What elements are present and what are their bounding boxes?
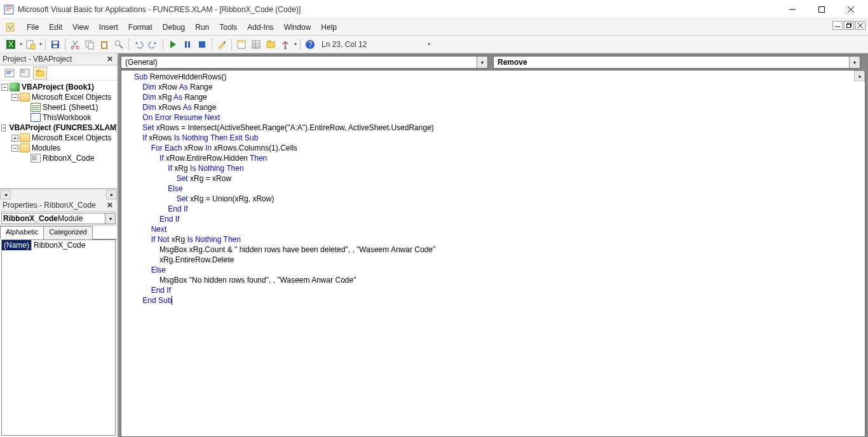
- dropdown-icon[interactable]: ▾: [293, 37, 297, 51]
- svg-rect-27: [268, 41, 271, 42]
- tree-folder-node[interactable]: −Modules: [0, 143, 117, 153]
- svg-point-18: [115, 41, 120, 46]
- expand-icon[interactable]: +: [11, 135, 18, 142]
- menu-debug[interactable]: Debug: [158, 21, 190, 34]
- dropdown-icon[interactable]: ▾: [105, 213, 115, 224]
- main-area: Project - VBAProject ✕ −VBAProject (Book…: [0, 53, 868, 437]
- tab-categorized[interactable]: Categorized: [43, 226, 92, 239]
- maximize-button[interactable]: [807, 0, 836, 19]
- folder-icon: [20, 144, 30, 152]
- svg-rect-35: [37, 70, 40, 71]
- standard-toolbar: X ▾ ▾ ▾ ? Ln 23, Col 12 ▾: [0, 36, 868, 53]
- reset-button[interactable]: [195, 37, 209, 51]
- menu-addins[interactable]: Add-Ins: [242, 21, 278, 34]
- mdi-close-button[interactable]: [855, 21, 865, 30]
- run-button[interactable]: [166, 37, 180, 51]
- svg-rect-22: [224, 41, 226, 43]
- cut-button[interactable]: [68, 37, 82, 51]
- design-mode-button[interactable]: [215, 37, 229, 51]
- find-button[interactable]: [112, 37, 126, 51]
- folder-icon: [20, 93, 30, 102]
- svg-rect-4: [847, 25, 851, 28]
- mdi-minimize-button[interactable]: [832, 21, 843, 30]
- tree-project-node[interactable]: −VBAProject (FUNCRES.XLAM): [0, 123, 117, 133]
- properties-grid[interactable]: (Name) RibbonX_Code: [1, 239, 116, 436]
- close-button[interactable]: [836, 0, 865, 19]
- properties-pane-title: Properties - RibbonX_Code: [3, 201, 96, 210]
- minimize-button[interactable]: [778, 0, 807, 19]
- project-pane-close-button[interactable]: ✕: [104, 53, 116, 65]
- menu-window[interactable]: Window: [279, 21, 316, 34]
- tree-hscrollbar[interactable]: ◂▸: [0, 189, 117, 199]
- toolbox-button[interactable]: [278, 37, 292, 51]
- tree-folder-node[interactable]: +Microsoft Excel Objects: [0, 133, 117, 143]
- view-excel-button[interactable]: X: [4, 37, 18, 51]
- project-tree[interactable]: −VBAProject (Book1) −Microsoft Excel Obj…: [0, 81, 117, 189]
- save-button[interactable]: [48, 37, 62, 51]
- tree-folder-node[interactable]: −Microsoft Excel Objects: [0, 92, 117, 102]
- mdi-restore-button[interactable]: [844, 21, 854, 30]
- break-button[interactable]: [180, 37, 194, 51]
- app-icon: [4, 4, 14, 15]
- property-row[interactable]: (Name) RibbonX_Code: [2, 240, 115, 250]
- collapse-icon[interactable]: −: [1, 84, 8, 91]
- cursor-position-status: Ln 23, Col 12: [318, 40, 426, 49]
- project-explorer-button[interactable]: [234, 37, 248, 51]
- redo-button[interactable]: [146, 37, 160, 51]
- tree-project-node[interactable]: −VBAProject (Book1): [0, 82, 117, 92]
- menu-view[interactable]: View: [67, 21, 94, 34]
- help-button[interactable]: ?: [303, 37, 317, 51]
- scroll-up-icon[interactable]: ▴: [854, 71, 865, 81]
- undo-button[interactable]: [132, 37, 146, 51]
- view-code-button[interactable]: [3, 67, 17, 79]
- left-column: Project - VBAProject ✕ −VBAProject (Book…: [0, 53, 118, 437]
- svg-point-28: [284, 47, 287, 50]
- svg-rect-2: [6, 24, 14, 31]
- project-toolbar: [0, 65, 117, 81]
- svg-rect-19: [185, 41, 187, 48]
- worksheet-icon: [31, 103, 41, 112]
- object-dropdown[interactable]: (General)▾: [121, 56, 488, 69]
- properties-button[interactable]: [249, 37, 263, 51]
- copy-button[interactable]: [83, 37, 97, 51]
- procedure-dropdown[interactable]: Remove▾: [493, 56, 860, 69]
- menu-insert[interactable]: Insert: [94, 21, 123, 34]
- scroll-right-icon[interactable]: ▸: [106, 190, 117, 199]
- menu-format[interactable]: Format: [123, 21, 158, 34]
- menu-help[interactable]: Help: [316, 21, 342, 34]
- scroll-left-icon[interactable]: ◂: [0, 190, 11, 199]
- folder-icon: [20, 133, 30, 142]
- insert-button[interactable]: [24, 37, 37, 51]
- code-editor[interactable]: ▴ Sub RemoveHiddenRows() Dim xRow As Ran…: [121, 70, 865, 437]
- view-object-button[interactable]: [18, 67, 32, 79]
- paste-button[interactable]: [97, 37, 111, 51]
- toggle-folders-button[interactable]: [33, 67, 47, 79]
- menu-edit[interactable]: Edit: [44, 21, 67, 34]
- collapse-icon[interactable]: −: [1, 124, 6, 131]
- properties-tabs: Alphabetic Categorized: [0, 225, 117, 239]
- dropdown-icon[interactable]: ▾: [18, 37, 23, 51]
- collapse-icon[interactable]: −: [11, 94, 18, 101]
- collapse-icon[interactable]: −: [11, 145, 18, 152]
- tree-workbook-node[interactable]: ThisWorkbook: [0, 112, 117, 123]
- svg-rect-21: [199, 41, 205, 48]
- dropdown-icon[interactable]: ▾: [477, 57, 487, 68]
- svg-rect-11: [53, 45, 57, 48]
- tree-module-node[interactable]: RibbonX_Code: [0, 153, 117, 163]
- svg-rect-33: [22, 71, 24, 72]
- object-browser-button[interactable]: [264, 37, 278, 51]
- svg-text:?: ?: [308, 40, 313, 49]
- property-value[interactable]: RibbonX_Code: [31, 240, 115, 250]
- properties-object-selector[interactable]: RibbonX_Code Module▾: [0, 212, 117, 225]
- dropdown-icon[interactable]: ▾: [426, 37, 431, 51]
- tab-alphabetic[interactable]: Alphabetic: [0, 226, 44, 239]
- dropdown-icon[interactable]: ▾: [849, 57, 860, 68]
- svg-rect-26: [267, 42, 275, 48]
- dropdown-icon[interactable]: ▾: [38, 37, 43, 51]
- menu-run[interactable]: Run: [190, 21, 214, 34]
- tree-sheet-node[interactable]: Sheet1 (Sheet1): [0, 102, 117, 112]
- svg-rect-1: [819, 6, 825, 12]
- properties-pane-close-button[interactable]: ✕: [104, 199, 116, 211]
- menu-tools[interactable]: Tools: [214, 21, 242, 34]
- menu-file[interactable]: File: [22, 21, 44, 34]
